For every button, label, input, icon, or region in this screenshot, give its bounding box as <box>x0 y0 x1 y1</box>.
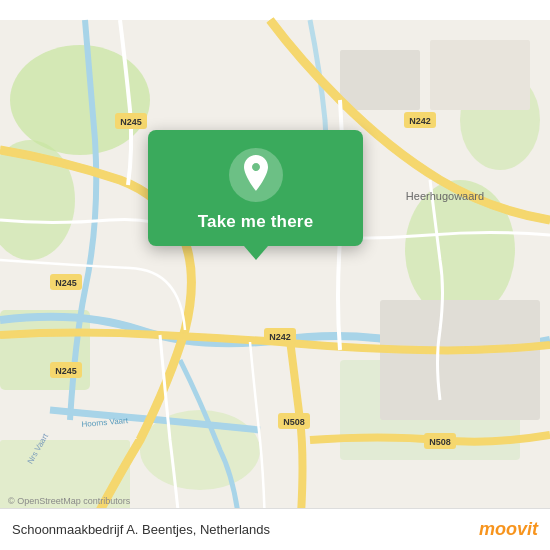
bottom-bar-content: Schoonmaakbedrijf A. Beentjes, Netherlan… <box>12 519 538 540</box>
svg-text:N242: N242 <box>409 116 431 126</box>
take-me-there-button[interactable]: Take me there <box>198 212 314 232</box>
location-pin-icon <box>240 155 272 196</box>
svg-rect-10 <box>430 40 530 110</box>
popup-card[interactable]: Take me there <box>148 130 363 246</box>
moovit-text: moovit <box>479 519 538 540</box>
svg-text:N242: N242 <box>269 332 291 342</box>
map-container: N245 N245 N245 N242 N242 N508 N508 Heerh… <box>0 0 550 550</box>
moovit-logo: moovit <box>479 519 538 540</box>
bottom-bar: Schoonmaakbedrijf A. Beentjes, Netherlan… <box>0 508 550 550</box>
svg-text:N245: N245 <box>55 278 77 288</box>
svg-text:N508: N508 <box>283 417 305 427</box>
svg-rect-9 <box>340 50 420 110</box>
svg-text:N245: N245 <box>55 366 77 376</box>
svg-rect-11 <box>380 300 540 420</box>
svg-text:Heerhugowaard: Heerhugowaard <box>406 190 484 202</box>
location-icon-container <box>229 148 283 202</box>
osm-attribution: © OpenStreetMap contributors <box>8 496 130 506</box>
svg-text:N245: N245 <box>120 117 142 127</box>
svg-text:N508: N508 <box>429 437 451 447</box>
business-name: Schoonmaakbedrijf A. Beentjes, Netherlan… <box>12 522 270 537</box>
